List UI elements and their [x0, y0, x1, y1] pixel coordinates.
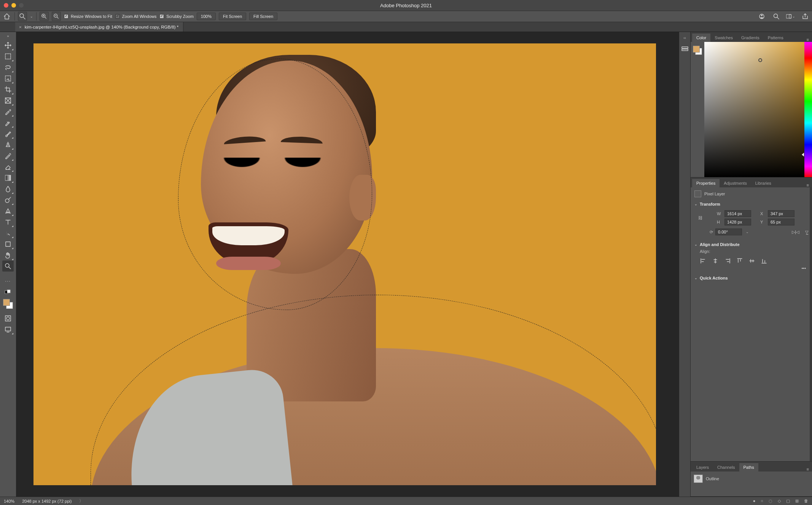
- zoom-out-button[interactable]: [52, 12, 61, 21]
- document-canvas[interactable]: [33, 43, 656, 485]
- zoom-100-button[interactable]: 100%: [197, 13, 216, 20]
- close-tab-icon[interactable]: ×: [19, 25, 22, 29]
- history-brush-tool[interactable]: [2, 150, 14, 161]
- tab-properties[interactable]: Properties: [692, 179, 720, 187]
- edit-toolbar-button[interactable]: ···: [2, 275, 14, 286]
- history-panel-icon[interactable]: [681, 45, 689, 53]
- default-colors-icon[interactable]: [2, 286, 14, 297]
- window-close-button[interactable]: [4, 3, 8, 8]
- new-path-icon[interactable]: ⊞: [795, 499, 799, 503]
- foreground-color-swatch[interactable]: [3, 299, 10, 306]
- move-tool[interactable]: [2, 40, 14, 51]
- path-row[interactable]: Outline: [691, 473, 812, 484]
- panel-menu-icon[interactable]: ≡: [804, 183, 812, 187]
- align-top-icon[interactable]: [736, 257, 743, 264]
- more-align-icon[interactable]: •••: [694, 266, 806, 270]
- tab-swatches[interactable]: Swatches: [710, 34, 737, 42]
- quick-mask-button[interactable]: [2, 313, 14, 324]
- document-tab[interactable]: × kim-carpenter-IHIgnhLvz5Q-unsplash.jpg…: [15, 22, 183, 32]
- healing-brush-tool[interactable]: [2, 117, 14, 128]
- path-select-tool[interactable]: [2, 227, 14, 238]
- search-icon[interactable]: [772, 12, 781, 21]
- expand-dock-icon[interactable]: ‹‹: [683, 36, 686, 40]
- link-wh-icon[interactable]: ⛓: [698, 216, 702, 220]
- align-bottom-icon[interactable]: [761, 257, 767, 264]
- brush-tool[interactable]: [2, 128, 14, 139]
- workspace-switcher[interactable]: ⌄: [786, 12, 795, 21]
- quick-select-tool[interactable]: [2, 73, 14, 84]
- flip-vertical-icon[interactable]: ▽̲: [805, 230, 808, 235]
- flip-horizontal-icon[interactable]: ▷|◁: [792, 230, 799, 235]
- selection-to-path-icon[interactable]: ◇: [778, 499, 781, 503]
- panel-menu-icon[interactable]: ≡: [804, 467, 812, 471]
- frame-tool[interactable]: [2, 95, 14, 106]
- window-zoom-button[interactable]: [19, 3, 24, 8]
- path-to-selection-icon[interactable]: ◌: [769, 499, 772, 503]
- crop-tool[interactable]: [2, 84, 14, 95]
- transform-y-field[interactable]: 65 px: [768, 219, 794, 225]
- shape-tool[interactable]: [2, 238, 14, 249]
- panel-menu-icon[interactable]: ≡: [804, 37, 812, 42]
- fit-screen-button[interactable]: Fit Screen: [219, 13, 246, 20]
- clone-stamp-tool[interactable]: [2, 139, 14, 150]
- transform-angle-field[interactable]: 0.00°: [715, 229, 742, 235]
- zoom-tool-preset[interactable]: [18, 12, 27, 21]
- angle-dropdown-icon[interactable]: ⌄: [744, 230, 750, 234]
- align-right-icon[interactable]: [724, 257, 731, 264]
- stroke-path-icon[interactable]: ○: [761, 499, 763, 503]
- marquee-tool[interactable]: [2, 51, 14, 62]
- align-hcenter-icon[interactable]: [712, 257, 719, 264]
- zoom-in-button[interactable]: [40, 12, 49, 21]
- zoom-all-checkbox[interactable]: Zoom All Windows: [115, 14, 156, 19]
- tab-color[interactable]: Color: [692, 34, 710, 42]
- gradient-tool[interactable]: [2, 172, 14, 183]
- panel-scrollbar[interactable]: [810, 187, 812, 461]
- tab-libraries[interactable]: Libraries: [751, 179, 775, 187]
- transform-h-field[interactable]: 1428 px: [724, 219, 751, 225]
- collapsed-panel-dock[interactable]: ‹‹: [679, 32, 690, 497]
- lasso-tool[interactable]: [2, 62, 14, 73]
- dodge-tool[interactable]: [2, 194, 14, 205]
- fill-screen-button[interactable]: Fill Screen: [249, 13, 277, 20]
- delete-path-icon[interactable]: 🗑: [804, 499, 808, 503]
- cloud-docs-icon[interactable]: [757, 12, 766, 21]
- transform-x-field[interactable]: 347 px: [768, 210, 794, 217]
- resize-windows-checkbox[interactable]: Resize Windows to Fit: [64, 14, 112, 19]
- align-vcenter-icon[interactable]: [748, 257, 755, 264]
- doc-info-label[interactable]: 2048 px x 1492 px (72 ppi): [22, 499, 72, 503]
- scrubby-zoom-checkbox[interactable]: Scrubby Zoom: [159, 14, 194, 19]
- add-mask-icon[interactable]: ▢: [786, 499, 790, 503]
- align-section-header[interactable]: ⌄Align and Distribute: [694, 242, 808, 247]
- tab-channels[interactable]: Channels: [713, 463, 739, 471]
- hue-slider[interactable]: [804, 42, 812, 177]
- pen-tool[interactable]: [2, 205, 14, 216]
- canvas-area[interactable]: [16, 32, 679, 497]
- share-icon[interactable]: [801, 12, 810, 21]
- transform-w-field[interactable]: 1614 px: [724, 210, 751, 217]
- window-minimize-button[interactable]: [11, 3, 16, 8]
- tab-gradients[interactable]: Gradients: [737, 34, 764, 42]
- eyedropper-tool[interactable]: [2, 106, 14, 117]
- docinfo-menu-icon[interactable]: 〉: [79, 498, 83, 504]
- hand-tool[interactable]: [2, 249, 14, 260]
- tab-patterns[interactable]: Patterns: [764, 34, 788, 42]
- color-panel-swatches[interactable]: [693, 46, 702, 55]
- blur-tool[interactable]: [2, 183, 14, 194]
- dropdown-caret-icon[interactable]: ⌄: [30, 14, 33, 18]
- saturation-value-picker[interactable]: [704, 42, 804, 177]
- fg-swatch[interactable]: [693, 46, 700, 53]
- zoom-level-field[interactable]: 140%: [4, 499, 14, 503]
- transform-section-header[interactable]: ⌄Transform: [694, 202, 808, 206]
- quick-actions-header[interactable]: ⌄Quick Actions: [694, 276, 808, 280]
- eraser-tool[interactable]: [2, 161, 14, 172]
- screenmode-button[interactable]: [2, 324, 14, 335]
- tab-paths[interactable]: Paths: [739, 463, 758, 471]
- type-tool[interactable]: [2, 216, 14, 227]
- zoom-tool[interactable]: [2, 260, 14, 272]
- collapse-toolbar-icon[interactable]: »: [7, 34, 9, 38]
- fill-path-icon[interactable]: ●: [753, 499, 756, 503]
- tab-adjustments[interactable]: Adjustments: [720, 179, 751, 187]
- align-left-icon[interactable]: [700, 257, 707, 264]
- home-button[interactable]: [2, 12, 11, 21]
- fg-bg-swatches[interactable]: [3, 299, 13, 309]
